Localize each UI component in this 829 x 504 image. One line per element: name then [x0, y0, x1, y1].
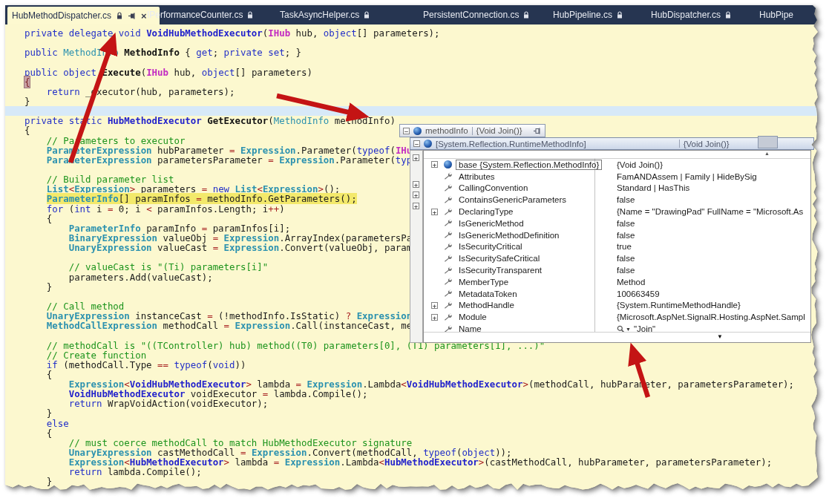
member-value-cell: {Microsoft.AspNet.SignalR.Hosting.AspNet…: [594, 311, 810, 323]
property-wrench-icon: [444, 219, 452, 227]
member-name: ContainsGenericParameters: [456, 195, 568, 204]
member-name: base {System.Reflection.MethodInfo}: [456, 160, 601, 169]
member-name-cell: +Module: [424, 311, 594, 323]
datatip-row-attributes[interactable]: AttributesFamANDAssem | Family | HideByS…: [424, 171, 810, 183]
datatip-row-callingconvention[interactable]: CallingConventionStandard | HasThis: [424, 183, 810, 194]
datatip-header-value: {Void Join()}: [684, 140, 730, 148]
member-value: FamANDAssem | Family | HideBySig: [617, 172, 757, 181]
active-tab-label: HubMethodDispatcher.cs: [12, 10, 111, 21]
property-wrench-icon: [444, 243, 452, 251]
property-wrench-icon: [444, 196, 452, 204]
tab-hubdispatcher-cs[interactable]: HubDispatcher.cs: [651, 5, 732, 24]
member-value: {Void Join()}: [617, 160, 663, 169]
datatip-row-isgenericmethod[interactable]: IsGenericMethodfalse: [424, 217, 810, 229]
tab-label: IPerformanceCounter.cs: [147, 5, 243, 24]
scroll-up-icon[interactable]: ▲: [764, 151, 770, 156]
member-name-cell: MemberType: [424, 276, 594, 288]
tab-hubmethoddispatcher[interactable]: HubMethodDispatcher.cs ×: [7, 7, 160, 24]
property-wrench-icon: [444, 208, 452, 216]
object-icon: [444, 160, 452, 168]
datatip-row-issecuritycritical[interactable]: IsSecurityCriticaltrue: [424, 241, 810, 253]
property-wrench-icon: [444, 313, 452, 321]
property-wrench-icon: [444, 255, 452, 263]
code-line: public object Execute(IHub hub, object[]…: [24, 68, 820, 77]
property-wrench-icon: [444, 172, 452, 180]
member-name: IsSecurityCritical: [456, 242, 525, 251]
member-name-cell: IsSecurityCritical: [424, 241, 594, 253]
close-icon[interactable]: ×: [141, 11, 147, 21]
datatip-row-methodhandle[interactable]: +MethodHandle{System.RuntimeMethodHandle…: [424, 300, 810, 312]
datatip-row-declaringtype[interactable]: +DeclaringType{Name = "DrawingPad" FullN…: [424, 206, 810, 217]
member-name: MetadataToken: [456, 289, 520, 298]
member-value: true: [617, 242, 632, 251]
pin-icon[interactable]: [533, 127, 542, 135]
member-value-cell: 100663459: [594, 288, 810, 300]
expand-icon[interactable]: +: [431, 314, 438, 321]
member-value-cell: {Void Join()}: [594, 159, 810, 171]
member-name: IsGenericMethodDefinition: [456, 231, 562, 240]
expand-icon[interactable]: +: [413, 181, 419, 188]
divider: [679, 140, 680, 148]
property-wrench-icon: [444, 289, 452, 298]
scroll-down-icon[interactable]: ▼: [717, 333, 723, 340]
expand-icon[interactable]: +: [431, 161, 438, 168]
datatip-row-isgenericmethoddefinition[interactable]: IsGenericMethodDefinitionfalse: [424, 229, 810, 241]
datatip-row-membertype[interactable]: MemberTypeMethod: [424, 276, 810, 288]
expand-icon[interactable]: +: [431, 209, 438, 215]
lock-icon: [724, 11, 732, 19]
member-value: {System.RuntimeMethodHandle}: [617, 301, 741, 310]
tab-hubpipeline-cs[interactable]: HubPipeline.cs: [553, 5, 623, 24]
code-line: return _executor(hub, parameters);: [24, 87, 820, 96]
collapse-icon[interactable]: −: [403, 128, 410, 134]
datatip-expander-column: ++++: [410, 150, 423, 343]
member-name-cell: MetadataToken: [424, 288, 594, 300]
datatip-root-bar[interactable]: − methodInfo {Void Join()}: [399, 124, 545, 137]
code-line: return lambda.Compile();: [24, 467, 820, 477]
lock-icon: [363, 11, 370, 19]
member-value-cell: {Name = "DrawingPad" FullName = "Microso…: [594, 206, 810, 217]
expand-icon[interactable]: +: [431, 302, 438, 309]
member-name: IsSecuritySafeCritical: [456, 254, 542, 263]
property-wrench-icon: [444, 278, 452, 286]
scrollbar-grip[interactable]: [758, 136, 778, 148]
tab-label: HubPipe: [759, 5, 793, 24]
member-value-cell: Method: [594, 276, 810, 288]
scroll-up-strip[interactable]: ▲: [424, 151, 810, 159]
lock-icon: [522, 11, 530, 19]
datatip-row-issecuritytransparent[interactable]: IsSecurityTransparentfalse: [424, 264, 810, 276]
member-name-cell: +MethodHandle: [424, 300, 594, 312]
member-name-cell: IsSecurityTransparent: [424, 264, 594, 276]
datatip-rows: +base {System.Reflection.MethodInfo}{Voi…: [424, 159, 810, 335]
datatip-expanded-header[interactable]: − [System.Reflection.RuntimeMethodInfo] …: [410, 137, 814, 150]
member-value-cell: {System.RuntimeMethodHandle}: [594, 300, 810, 312]
collapse-icon[interactable]: −: [413, 140, 420, 147]
object-icon: [413, 127, 422, 135]
member-value-cell: false: [594, 194, 810, 206]
datatip-row-containsgenericparameters[interactable]: ContainsGenericParametersfalse: [424, 194, 810, 206]
expand-icon[interactable]: +: [413, 203, 419, 209]
tab-iperformancecounter-cs[interactable]: IPerformanceCounter.cs: [147, 5, 254, 24]
member-name: MethodHandle: [456, 301, 517, 310]
expand-icon[interactable]: +: [413, 154, 419, 161]
datatip-row-issecuritysafecritical[interactable]: IsSecuritySafeCriticalfalse: [424, 252, 810, 264]
member-value: {Name = "DrawingPad" FullName = "Microso…: [617, 207, 803, 216]
datatip-row-module[interactable]: +Module{Microsoft.AspNet.SignalR.Hosting…: [424, 311, 810, 323]
tab-label: HubDispatcher.cs: [651, 5, 721, 24]
member-name-cell: +DeclaringType: [424, 206, 594, 217]
tab-taskasynchelper-cs[interactable]: TaskAsyncHelper.cs: [280, 5, 370, 24]
tab-persistentconnection-cs[interactable]: PersistentConnection.cs: [423, 5, 530, 24]
tab-hubpipe[interactable]: HubPipe: [759, 5, 793, 24]
property-wrench-icon: [444, 184, 452, 192]
expand-icon[interactable]: +: [413, 192, 419, 198]
code-line: }: [24, 477, 820, 486]
code-line: }: [24, 96, 820, 106]
scroll-down-strip[interactable]: ▼: [424, 332, 810, 342]
datatip-root-value: {Void Join()}: [476, 126, 522, 135]
pin-icon[interactable]: [128, 12, 137, 20]
code-line: public MethodInfo MethodInfo { get; priv…: [24, 48, 820, 57]
member-value: false: [617, 254, 635, 263]
datatip-header-name: [System.Reflection.RuntimeMethodInfo]: [436, 140, 586, 148]
datatip-row-metadatatoken[interactable]: MetadataToken100663459: [424, 288, 810, 300]
code-line: if (methodCall.Type == typeof(void)): [24, 360, 820, 370]
datatip-row-base[interactable]: +base {System.Reflection.MethodInfo}{Voi…: [424, 159, 810, 171]
